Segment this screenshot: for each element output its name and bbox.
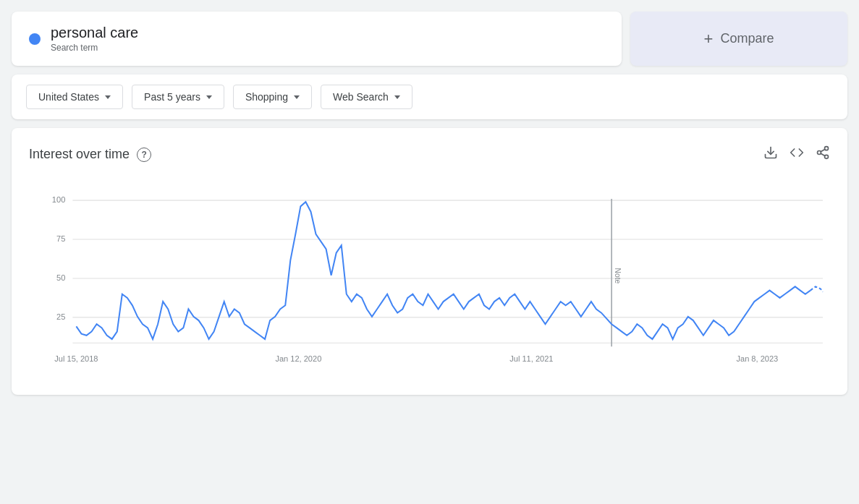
filters-card: United States Past 5 years Shopping Web … xyxy=(12,74,847,119)
search-type-chevron-icon xyxy=(394,95,400,99)
svg-text:50: 50 xyxy=(56,273,65,282)
help-icon[interactable]: ? xyxy=(137,148,151,162)
svg-text:Jan 8, 2023: Jan 8, 2023 xyxy=(736,354,778,363)
location-label: United States xyxy=(38,91,99,103)
chart-card: Interest over time ? xyxy=(12,128,847,395)
location-chevron-icon xyxy=(105,95,111,99)
svg-line-5 xyxy=(821,149,825,151)
search-term-text: personal care Search term xyxy=(51,25,138,53)
location-filter[interactable]: United States xyxy=(26,85,123,109)
category-chevron-icon xyxy=(294,95,300,99)
compare-plus-icon: + xyxy=(704,30,714,48)
search-type-label: Web Search xyxy=(333,91,389,103)
top-row: personal care Search term + Compare xyxy=(12,12,847,66)
compare-label: Compare xyxy=(720,31,774,46)
chart-title: Interest over time xyxy=(29,147,130,162)
compare-card[interactable]: + Compare xyxy=(630,12,847,66)
svg-text:75: 75 xyxy=(56,234,65,243)
svg-text:25: 25 xyxy=(56,312,65,321)
chart-header: Interest over time ? xyxy=(29,145,830,163)
search-term-subtitle: Search term xyxy=(51,43,138,53)
svg-text:Jan 12, 2020: Jan 12, 2020 xyxy=(275,354,321,363)
svg-text:100: 100 xyxy=(52,195,65,204)
svg-line-4 xyxy=(821,153,825,155)
category-filter[interactable]: Shopping xyxy=(233,85,312,109)
time-range-filter[interactable]: Past 5 years xyxy=(132,85,224,109)
svg-text:Jul 11, 2021: Jul 11, 2021 xyxy=(509,354,553,363)
download-icon[interactable] xyxy=(763,145,778,163)
time-range-label: Past 5 years xyxy=(144,91,200,103)
chart-container: 100 75 50 25 Note Jul 15, 2018 Jan 12, 2… xyxy=(29,178,830,383)
search-term-card: personal care Search term xyxy=(12,12,622,66)
trend-chart: 100 75 50 25 Note Jul 15, 2018 Jan 12, 2… xyxy=(29,178,830,380)
svg-text:Jul 15, 2018: Jul 15, 2018 xyxy=(54,354,98,363)
search-type-filter[interactable]: Web Search xyxy=(321,85,412,109)
category-label: Shopping xyxy=(245,91,288,103)
svg-text:Note: Note xyxy=(614,268,622,283)
chart-title-row: Interest over time ? xyxy=(29,147,151,162)
share-icon[interactable] xyxy=(816,145,830,163)
embed-icon[interactable] xyxy=(790,145,804,163)
chart-actions xyxy=(763,145,830,163)
search-dot xyxy=(29,33,41,45)
time-range-chevron-icon xyxy=(206,95,212,99)
search-term-title: personal care xyxy=(51,25,138,41)
